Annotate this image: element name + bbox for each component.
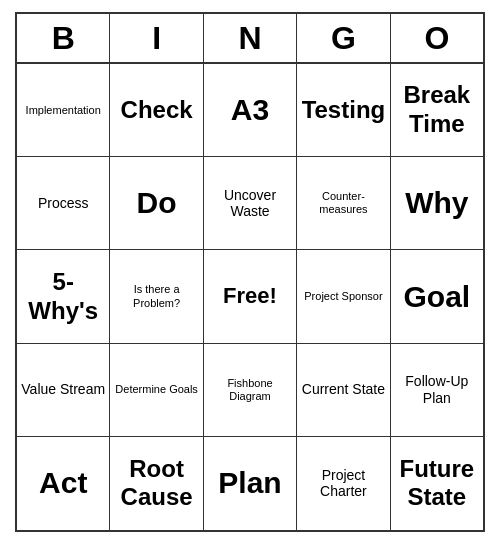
bingo-cell: Current State bbox=[297, 344, 390, 437]
bingo-cell: Fishbone Diagram bbox=[204, 344, 297, 437]
header-letter: I bbox=[110, 14, 203, 64]
bingo-cell: Is there a Problem? bbox=[110, 250, 203, 343]
bingo-cell: Check bbox=[110, 64, 203, 157]
bingo-grid: ImplementationCheckA3TestingBreak TimePr… bbox=[17, 64, 483, 530]
bingo-cell: Why bbox=[391, 157, 483, 250]
bingo-cell: Plan bbox=[204, 437, 297, 530]
bingo-cell: Root Cause bbox=[110, 437, 203, 530]
bingo-cell: Implementation bbox=[17, 64, 110, 157]
bingo-cell: Act bbox=[17, 437, 110, 530]
bingo-row: 5-Why'sIs there a Problem?Free!Project S… bbox=[17, 250, 483, 343]
bingo-cell: 5-Why's bbox=[17, 250, 110, 343]
bingo-cell: Follow-Up Plan bbox=[391, 344, 483, 437]
bingo-cell: Determine Goals bbox=[110, 344, 203, 437]
bingo-cell: Testing bbox=[297, 64, 390, 157]
bingo-cell: Counter-measures bbox=[297, 157, 390, 250]
bingo-row: ImplementationCheckA3TestingBreak Time bbox=[17, 64, 483, 157]
bingo-row: Value StreamDetermine GoalsFishbone Diag… bbox=[17, 344, 483, 437]
bingo-cell: Uncover Waste bbox=[204, 157, 297, 250]
bingo-cell: Future State bbox=[391, 437, 483, 530]
header-letter: O bbox=[391, 14, 483, 64]
bingo-cell: Project Sponsor bbox=[297, 250, 390, 343]
bingo-header: BINGO bbox=[17, 14, 483, 64]
bingo-cell: Value Stream bbox=[17, 344, 110, 437]
bingo-cell: A3 bbox=[204, 64, 297, 157]
bingo-row: ActRoot CausePlanProject CharterFuture S… bbox=[17, 437, 483, 530]
bingo-cell: Free! bbox=[204, 250, 297, 343]
header-letter: B bbox=[17, 14, 110, 64]
bingo-cell: Break Time bbox=[391, 64, 483, 157]
header-letter: G bbox=[297, 14, 390, 64]
bingo-card: BINGO ImplementationCheckA3TestingBreak … bbox=[15, 12, 485, 532]
header-letter: N bbox=[204, 14, 297, 64]
bingo-row: ProcessDoUncover WasteCounter-measuresWh… bbox=[17, 157, 483, 250]
bingo-cell: Process bbox=[17, 157, 110, 250]
bingo-cell: Project Charter bbox=[297, 437, 390, 530]
bingo-cell: Goal bbox=[391, 250, 483, 343]
bingo-cell: Do bbox=[110, 157, 203, 250]
